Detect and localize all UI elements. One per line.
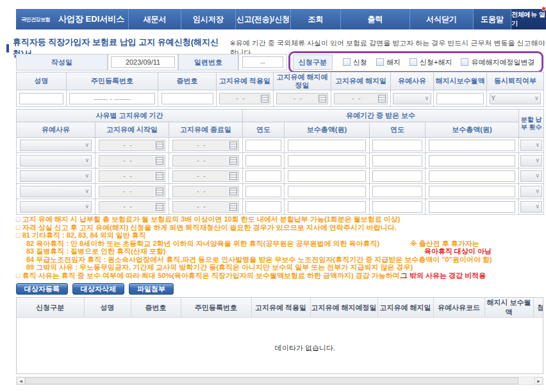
calendar-icon[interactable] (229, 157, 237, 165)
year2-input[interactable] (372, 170, 422, 182)
apply-type-highlight-box: 신청구분 신청 해지 신청+해지 유예해지예정일변경 (288, 51, 543, 73)
horizontal-scrollbar[interactable]: ◀ ▶ (16, 377, 543, 385)
scroll-left-arrow-icon[interactable]: ◀ (17, 377, 25, 384)
pay1-input[interactable] (288, 155, 365, 167)
end-date-input[interactable]: - - (172, 186, 240, 197)
installments-select[interactable]: ∨ (520, 201, 542, 213)
scroll-right-arrow-icon[interactable]: ▶ (534, 377, 543, 384)
defer-reason-select[interactable]: ∨ (393, 93, 432, 104)
nav-new-document[interactable]: 새문서 (128, 9, 181, 29)
nav-close-form[interactable]: 서식닫기 (410, 9, 473, 29)
year2-input[interactable] (372, 201, 422, 213)
defer-cancel-due-input[interactable]: - - (276, 93, 329, 104)
cert-no-input[interactable] (161, 93, 213, 104)
serial-number-input[interactable] (242, 56, 283, 68)
nav-search[interactable]: 조회 (290, 9, 340, 29)
retire-same-select[interactable]: Y ∨ (490, 93, 542, 104)
chevron-down-icon: ∨ (85, 204, 90, 209)
pay1-input[interactable] (288, 186, 365, 197)
pay2-input[interactable] (429, 186, 515, 197)
checkbox-cancel[interactable] (376, 58, 384, 66)
calendar-icon[interactable] (156, 157, 163, 165)
reason-select[interactable]: ∨ (20, 155, 92, 167)
year2-input[interactable] (372, 140, 422, 151)
checkbox-change-date[interactable] (461, 58, 468, 66)
start-date-input[interactable]: - - (99, 186, 166, 197)
checkbox-apply[interactable] (343, 58, 351, 66)
calendar-icon[interactable] (261, 95, 269, 102)
nav-all-menu[interactable]: 전체메뉴 열기 (511, 9, 546, 29)
calendar-icon[interactable] (229, 142, 237, 149)
rrn-input[interactable] (69, 93, 154, 104)
checkbox-apply-cancel[interactable] (410, 58, 417, 66)
pay1-input[interactable] (288, 201, 365, 213)
pay2-input[interactable] (429, 155, 515, 167)
write-date-input[interactable] (111, 56, 175, 68)
reason-select[interactable]: ∨ (20, 170, 92, 182)
nav-help[interactable]: 도움말 (473, 9, 511, 29)
delete-target-button[interactable]: 대상자삭제 (72, 283, 124, 295)
calendar-icon[interactable] (229, 188, 237, 195)
col-defer-cancel-due: 고지유예 해지예정일 (274, 72, 331, 90)
year1-input[interactable] (245, 201, 281, 213)
apply-type-option-change-date: 유예해지예정일변경 (461, 58, 534, 67)
calendar-icon[interactable] (156, 142, 163, 149)
nav-temp-save[interactable]: 임시저장 (181, 9, 235, 29)
end-date-input[interactable]: - - (172, 155, 240, 167)
year2-input[interactable] (372, 155, 422, 167)
calendar-icon[interactable] (318, 95, 326, 102)
start-date-input[interactable]: - - (99, 140, 166, 151)
pay2-input[interactable] (429, 201, 515, 213)
col-year-2: 연도 (370, 122, 426, 138)
nav-report-apply[interactable]: 신고(전송)/신청 (235, 9, 290, 29)
register-target-button[interactable]: 대상자등록 (16, 283, 68, 295)
calendar-icon[interactable] (156, 203, 163, 211)
defer-apply-date-input[interactable]: - - (219, 93, 271, 104)
reason-select[interactable]: ∨ (20, 201, 92, 213)
col-reason-code: 유예사유코드 (433, 298, 484, 318)
reason-select[interactable]: ∨ (20, 140, 92, 151)
apply-type-option-cancel: 해지 (376, 58, 401, 67)
nav-print[interactable]: 출력 (340, 9, 410, 29)
pay2-input[interactable] (429, 140, 515, 151)
nhis-logo: 국민건강보험 (21, 16, 55, 23)
year1-input[interactable] (245, 155, 281, 167)
start-date-input[interactable]: - - (99, 170, 166, 182)
pay1-input[interactable] (288, 140, 365, 151)
col-year-1: 연도 (243, 122, 285, 138)
pay-on-cancel-input[interactable] (436, 93, 484, 104)
pay1-input[interactable] (288, 170, 365, 182)
start-date-input[interactable]: - - (99, 155, 166, 167)
year2-input[interactable] (372, 186, 422, 197)
scrollbar-thumb[interactable] (25, 377, 518, 384)
end-date-input[interactable]: - - (172, 140, 240, 151)
installments-select[interactable]: ∨ (520, 186, 542, 197)
calendar-icon[interactable] (229, 172, 237, 180)
calendar-icon[interactable] (229, 203, 237, 211)
defer-cancel-date-input[interactable]: - - (334, 93, 388, 104)
attach-file-button[interactable]: 파일첨부 (129, 283, 174, 295)
end-date-input[interactable]: - - (172, 201, 240, 213)
calendar-icon[interactable] (156, 188, 163, 195)
year1-input[interactable] (245, 140, 281, 151)
year1-input[interactable] (245, 170, 281, 182)
guidance-notes: □ 고지 유예 해지 시 납부할 총 보험료가 월 보험료의 3배 이상이면 1… (16, 215, 543, 279)
col-defer-apply-date: 고지유예 적용일 (251, 298, 310, 318)
reason-select[interactable]: ∨ (20, 186, 92, 197)
form-row-basic: 작성일 일련번호 신청구분 신청 해지 신청+해지 유예해지예정일변경 (16, 54, 543, 70)
note-line: □ 고지 유예 해지 시 납부할 총 보험료가 월 보험료의 3배 이상이면 1… (16, 215, 543, 224)
calendar-icon[interactable] (378, 95, 386, 102)
end-date-input[interactable]: - - (172, 170, 240, 182)
calendar-icon[interactable] (156, 172, 163, 180)
year1-input[interactable] (245, 186, 281, 197)
apply-type-option-apply-cancel: 신청+해지 (410, 58, 452, 67)
name-input[interactable] (19, 93, 63, 104)
installments-select[interactable]: ∨ (520, 140, 542, 151)
installments-select[interactable]: ∨ (520, 155, 542, 167)
note-line: □ 81 기타휴직 : 82, 83, 84 외의 일반 휴직 (16, 231, 543, 240)
start-date-input[interactable]: - - (99, 201, 166, 213)
group-pay-received: 유예기간 중 받은 보수 (243, 110, 519, 122)
nav-home[interactable]: 국민건강보험 사업장 EDI서비스 (16, 9, 128, 29)
pay2-input[interactable] (429, 170, 515, 182)
installments-select[interactable]: ∨ (520, 170, 542, 182)
